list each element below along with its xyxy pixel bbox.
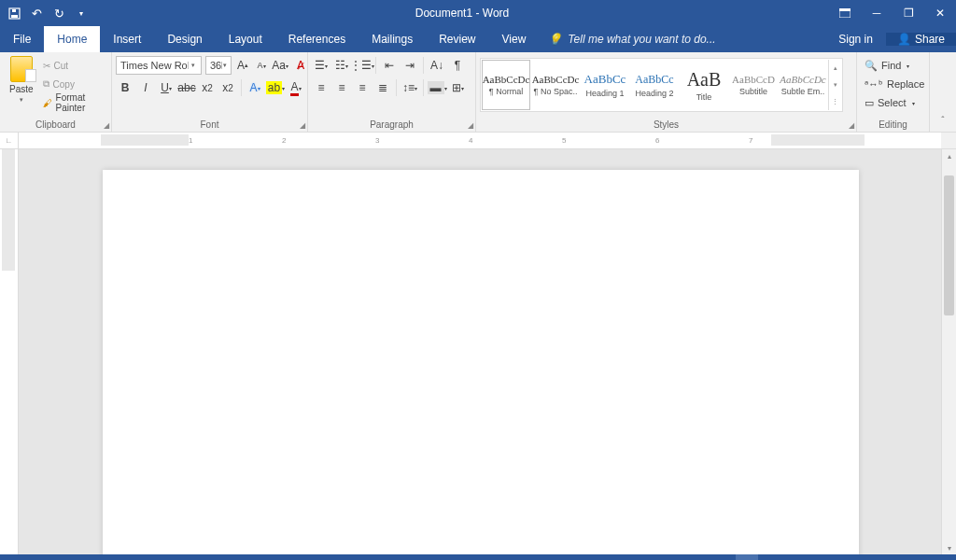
scroll-down-icon[interactable]: ▾ [942,541,956,554]
collapse-ribbon-button[interactable]: ˆ [930,52,956,132]
tab-file[interactable]: File [0,26,44,52]
gallery-scroll-▾[interactable]: ▾ [829,77,841,93]
style-heading-2[interactable]: AaBbCcHeading 2 [630,60,679,110]
horizontal-ruler[interactable]: 1234567 [19,133,941,148]
tab-home[interactable]: Home [44,26,100,52]
paste-button[interactable]: Paste ▾ [4,54,39,105]
style-heading-1[interactable]: AaBbCcHeading 1 [581,60,629,110]
copy-button[interactable]: ⧉Copy [41,75,107,93]
style-subtitle[interactable]: AaBbCcDSubtitle [729,60,778,110]
gallery-scroll-▴[interactable]: ▴ [829,60,841,77]
decrease-indent-button[interactable]: ⇤ [380,56,399,75]
page[interactable] [103,170,859,554]
shading-button[interactable]: ▬▾ [428,78,446,97]
show-marks-button[interactable]: ¶ [448,56,467,75]
numbering-button[interactable]: ☷▾ [332,56,351,75]
paste-icon [10,56,33,82]
chevron-down-icon: ▾ [20,96,23,104]
align-left-button[interactable]: ≡ [312,78,330,97]
style--no-spac-[interactable]: AaBbCcDc¶ No Spac.. [531,60,580,110]
tab-design[interactable]: Design [154,26,215,52]
gallery-scroll-⋮[interactable]: ⋮ [829,93,841,110]
increase-indent-button[interactable]: ⇥ [401,56,419,75]
superscript-button[interactable]: x2 [218,78,237,97]
tell-me-search[interactable]: 💡 Tell me what you want to do... [539,33,825,46]
underline-button[interactable]: U▾ [157,78,176,97]
redo-icon[interactable]: ↻ [49,3,69,23]
tab-insert[interactable]: Insert [100,26,154,52]
line-spacing-button[interactable]: ↕≡▾ [401,78,419,97]
read-mode-button[interactable]: ▭ [713,554,736,560]
font-color-button[interactable]: A▾ [287,78,305,97]
paragraph-launcher-icon[interactable]: ◢ [468,121,473,130]
font-size-combo[interactable]: 36▾ [205,56,232,75]
cut-button[interactable]: ✂Cut [41,56,107,75]
tab-view[interactable]: View [489,26,540,52]
maximize-icon[interactable]: ❐ [893,0,924,26]
justify-button[interactable]: ≣ [373,78,392,97]
tab-references[interactable]: References [275,26,358,52]
tab-layout[interactable]: Layout [216,26,275,52]
font-name-combo[interactable]: Times New Ro▾ [116,56,202,75]
subscript-button[interactable]: x2 [198,78,217,97]
clear-formatting-button[interactable]: A̷ [291,56,310,75]
multilevel-list-button[interactable]: ⋮☰▾ [353,56,372,75]
save-icon[interactable] [4,3,24,23]
qat-dropdown-icon[interactable]: ▾ [71,3,91,23]
font-group-label: Font [116,119,303,132]
ribbon-display-icon[interactable] [829,0,861,26]
align-right-button[interactable]: ≡ [353,78,372,97]
svg-rect-1 [11,15,18,18]
vertical-scrollbar[interactable]: ▴ ▾ [941,149,956,554]
share-button[interactable]: 👤 Share [886,33,956,46]
styles-launcher-icon[interactable]: ◢ [849,121,854,130]
italic-button[interactable]: I [136,78,155,97]
styles-gallery[interactable]: AaBbCcDc¶ NormalAaBbCcDc¶ No Spac..AaBbC… [480,58,843,112]
share-icon: 👤 [897,33,911,46]
scroll-thumb[interactable] [944,175,954,315]
borders-button[interactable]: ⊞▾ [448,78,467,97]
sort-button[interactable]: A↓ [428,56,446,75]
style--normal[interactable]: AaBbCcDc¶ Normal [482,60,530,110]
highlight-button[interactable]: ab▾ [266,78,285,97]
bold-button[interactable]: B [116,78,134,97]
find-button[interactable]: 🔍Find▾ [861,56,913,75]
scroll-up-icon[interactable]: ▴ [942,149,956,162]
close-icon[interactable]: ✕ [924,0,956,26]
replace-button[interactable]: ᵃ↔ᵇReplace [861,75,928,93]
strikethrough-button[interactable]: abc [177,78,196,97]
vertical-ruler[interactable] [0,149,19,554]
style-title[interactable]: AaBTitle [680,60,728,110]
document-canvas[interactable] [19,149,941,554]
zoom-in-button[interactable]: + [889,554,911,560]
styles-group-label: Styles [480,119,852,132]
tab-review[interactable]: Review [426,26,488,52]
tab-selector[interactable]: ∟ [0,133,19,148]
undo-icon[interactable]: ↶ [26,3,47,23]
shrink-font-button[interactable]: A▾ [254,56,269,75]
style-subtle-em-[interactable]: AaBbCcDcSubtle Em.. [779,60,827,110]
align-center-button[interactable]: ≡ [332,78,351,97]
clipboard-launcher-icon[interactable]: ◢ [104,121,109,130]
font-launcher-icon[interactable]: ◢ [300,121,305,130]
grow-font-button[interactable]: A▴ [233,56,252,75]
editing-group-label: Editing [861,119,925,132]
change-case-button[interactable]: Aa▾ [271,56,289,75]
paragraph-group-label: Paragraph [312,119,471,132]
format-painter-button[interactable]: 🖌Format Painter [41,93,107,112]
tab-mailings[interactable]: Mailings [358,26,426,52]
zoom-out-button[interactable]: − [780,554,803,560]
web-layout-button[interactable]: ▦ [758,554,780,560]
text-effects-button[interactable]: A▾ [246,78,264,97]
brush-icon: 🖌 [43,98,52,108]
svg-rect-2 [12,9,16,12]
find-icon: 🔍 [865,60,878,72]
copy-icon: ⧉ [43,78,49,90]
svg-rect-4 [839,8,851,11]
select-button[interactable]: ▭Select▾ [861,93,919,112]
minimize-icon[interactable]: ─ [861,0,893,26]
print-layout-button[interactable]: ▤ [736,554,758,560]
sign-in-link[interactable]: Sign in [825,33,886,46]
bullets-button[interactable]: ☰▾ [312,56,330,75]
lightbulb-icon: 💡 [548,33,562,46]
